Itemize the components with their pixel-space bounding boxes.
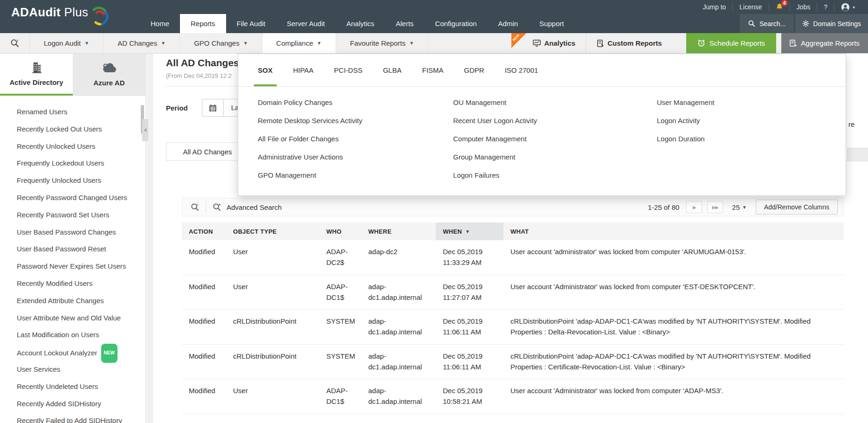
column-header-object-type[interactable]: OBJECT TYPE bbox=[226, 222, 319, 240]
aggregate-reports-button[interactable]: Aggregate Reports bbox=[781, 33, 868, 53]
sidebar-item-user-services[interactable]: User Services bbox=[0, 361, 145, 378]
menu-logon-audit[interactable]: Logon Audit▼ bbox=[30, 33, 103, 53]
link-gpo-management[interactable]: GPO Management bbox=[258, 166, 453, 184]
sidebar-item-renamed-users[interactable]: Renamed Users bbox=[0, 104, 145, 121]
column-header-when[interactable]: WHEN▼ bbox=[436, 222, 503, 240]
sidebar-item-recently-unlocked-users[interactable]: Recently Unlocked Users bbox=[0, 138, 145, 155]
compliance-tab-sox[interactable]: SOX bbox=[258, 54, 273, 86]
link-computer-management[interactable]: Computer Management bbox=[453, 130, 657, 148]
toolbar-divider bbox=[206, 201, 206, 213]
nav-home[interactable]: Home bbox=[140, 14, 180, 33]
sidebar-item-recently-undeleted-users[interactable]: Recently Undeleted Users bbox=[0, 378, 145, 395]
sidebar-item-frequently-unlocked-users[interactable]: Frequently Unlocked Users bbox=[0, 172, 145, 189]
link-administrative-user-actions[interactable]: Administrative User Actions bbox=[258, 148, 453, 166]
sidebar-item-frequently-lockedout-users[interactable]: Frequently Lockedout Users bbox=[0, 155, 145, 172]
user-menu-button[interactable]: ▾ bbox=[834, 2, 861, 12]
nav-support[interactable]: Support bbox=[529, 14, 575, 33]
subnav-right-group: NEW Analytics Custom Reports Schedule Re… bbox=[511, 33, 868, 53]
next-page-button[interactable]: ▶ bbox=[686, 201, 702, 213]
cell-object-type: cRLDistributionPoint bbox=[226, 316, 319, 338]
last-page-button[interactable]: ▶▶ bbox=[707, 201, 723, 213]
compliance-tabs: SOX HIPAA PCI-DSS GLBA FISMA GDPR ISO 27… bbox=[238, 54, 846, 87]
report-search-button[interactable] bbox=[0, 33, 30, 53]
link-logon-duration[interactable]: Logon Duration bbox=[657, 130, 846, 148]
link-domain-policy-changes[interactable]: Domain Policy Changes bbox=[258, 93, 453, 111]
link-user-management[interactable]: User Management bbox=[657, 93, 846, 111]
sidebar-item-recently-password-changed-users[interactable]: Recently Password Changed Users bbox=[0, 189, 145, 207]
help-button[interactable]: ? bbox=[817, 2, 834, 12]
jump-to-link[interactable]: Jump to bbox=[696, 2, 733, 12]
menu-ad-changes[interactable]: AD Changes▼ bbox=[103, 33, 180, 53]
sidebar-item-password-never-expires-set-users[interactable]: Password Never Expires Set Users bbox=[0, 258, 145, 275]
table-body: Modified User ADAP-DC2$ adap-dc2 Dec 05,… bbox=[182, 240, 844, 423]
page-size-select[interactable]: 25▼ bbox=[732, 203, 747, 211]
user-avatar-icon bbox=[841, 3, 850, 12]
chevron-down-icon: ▼ bbox=[409, 41, 414, 46]
column-header-what[interactable]: WHAT bbox=[503, 222, 844, 240]
nav-configuration[interactable]: Configuration bbox=[424, 14, 487, 33]
truncated-right-text: re bbox=[848, 120, 854, 128]
sidebar-item-user-based-password-changes[interactable]: User Based Password Changes bbox=[0, 224, 145, 241]
license-link[interactable]: License bbox=[732, 2, 768, 12]
link-recent-user-logon-activity[interactable]: Recent User Logon Activity bbox=[453, 111, 657, 130]
jobs-link[interactable]: Jobs bbox=[790, 2, 817, 12]
column-header-action[interactable]: ACTION bbox=[182, 222, 226, 240]
column-header-where[interactable]: WHERE bbox=[361, 222, 436, 240]
link-all-file-or-folder-changes[interactable]: All File or Folder Changes bbox=[258, 130, 453, 148]
sidebar-item-recently-modified-users[interactable]: Recently Modified Users bbox=[0, 275, 145, 292]
cloud-key-icon bbox=[101, 62, 117, 75]
custom-reports-button[interactable]: Custom Reports bbox=[586, 33, 673, 53]
link-logon-activity[interactable]: Logon Activity bbox=[657, 111, 846, 130]
sidebar-item-recently-added-sidhistory[interactable]: Recently Added SIDHistory bbox=[0, 395, 145, 413]
link-group-management[interactable]: Group Management bbox=[453, 148, 657, 166]
compliance-tab-glba[interactable]: GLBA bbox=[383, 54, 401, 86]
table-row: Modified cRLDistributionPoint SYSTEM ada… bbox=[182, 345, 844, 380]
notifications-button[interactable]: 4 bbox=[769, 2, 790, 12]
menu-favourite-reports[interactable]: Favourite Reports▼ bbox=[336, 33, 428, 53]
top-header: ADAudit Plus Jump to License 4 Jobs ? bbox=[0, 0, 868, 33]
nav-analytics[interactable]: Analytics bbox=[336, 14, 385, 33]
nav-server-audit[interactable]: Server Audit bbox=[276, 14, 336, 33]
tab-active-directory[interactable]: Active Directory bbox=[0, 54, 73, 96]
column-search-button[interactable] bbox=[188, 203, 202, 211]
sidebar-item-extended-attribute-changes[interactable]: Extended Attribute Changes bbox=[0, 292, 145, 310]
compliance-tab-gdpr[interactable]: GDPR bbox=[464, 54, 484, 86]
link-remote-desktop-services-activity[interactable]: Remote Desktop Services Activity bbox=[258, 111, 453, 130]
sidebar-item-user-based-password-reset[interactable]: User Based Password Reset bbox=[0, 241, 145, 258]
column-header-who[interactable]: WHO bbox=[319, 222, 361, 240]
nav-alerts[interactable]: Alerts bbox=[385, 14, 424, 33]
menu-gpo-changes[interactable]: GPO Changes▼ bbox=[180, 33, 262, 53]
notification-count-badge: 4 bbox=[781, 0, 788, 6]
schedule-reports-button[interactable]: Schedule Reports bbox=[686, 33, 776, 53]
calendar-button[interactable] bbox=[202, 99, 224, 117]
sidebar-item-account-lockout-analyzer[interactable]: Account Lockout AnalyzerNEW bbox=[0, 344, 145, 361]
advanced-search-button[interactable]: Advanced Search bbox=[227, 203, 282, 211]
sidebar-collapse-handle[interactable] bbox=[142, 119, 148, 141]
compliance-tab-pci-dss[interactable]: PCI-DSS bbox=[334, 54, 363, 86]
tab-azure-ad[interactable]: Azure AD bbox=[73, 54, 145, 96]
cell-object-type: User bbox=[226, 385, 319, 407]
nav-reports[interactable]: Reports bbox=[180, 14, 226, 33]
global-search-button[interactable]: Search... bbox=[740, 14, 794, 33]
cell-action: Modified bbox=[182, 246, 226, 268]
toolbar-right-group: 1-25 of 80 ▶ ▶▶ 25▼ Add/Remove Columns bbox=[648, 200, 838, 215]
sidebar-item-recently-failed-to-add-sidhistory[interactable]: Recently Failed to Add SIDHistory bbox=[0, 412, 145, 423]
sidebar-item-last-modification-on-users[interactable]: Last Modification on Users bbox=[0, 326, 145, 344]
view-tab-all-ad-changes[interactable]: All AD Changes bbox=[166, 142, 249, 161]
domain-settings-button[interactable]: Domain Settings bbox=[795, 14, 868, 33]
sidebar-item-user-attribute-new-and-old-value[interactable]: User Attribute New and Old Value bbox=[0, 310, 145, 327]
sidebar-item-recently-password-set-users[interactable]: Recently Password Set Users bbox=[0, 207, 145, 224]
nav-admin[interactable]: Admin bbox=[488, 14, 529, 33]
menu-compliance[interactable]: Compliance▼ bbox=[262, 33, 336, 53]
analytics-shortcut[interactable]: NEW Analytics bbox=[511, 33, 586, 53]
compliance-tab-hipaa[interactable]: HIPAA bbox=[293, 54, 314, 86]
nav-file-audit[interactable]: File Audit bbox=[226, 14, 276, 33]
compliance-tab-iso-27001[interactable]: ISO 27001 bbox=[505, 54, 538, 86]
sidebar-item-recently-locked-out-users[interactable]: Recently Locked Out Users bbox=[0, 121, 145, 138]
link-ou-management[interactable]: OU Management bbox=[453, 93, 657, 111]
add-remove-columns-button[interactable]: Add/Remove Columns bbox=[756, 200, 838, 215]
chevron-left-icon bbox=[144, 128, 146, 132]
app-logo[interactable]: ADAudit Plus bbox=[11, 5, 109, 27]
compliance-tab-fisma[interactable]: FISMA bbox=[422, 54, 443, 86]
link-logon-failures[interactable]: Logon Failures bbox=[453, 166, 657, 184]
